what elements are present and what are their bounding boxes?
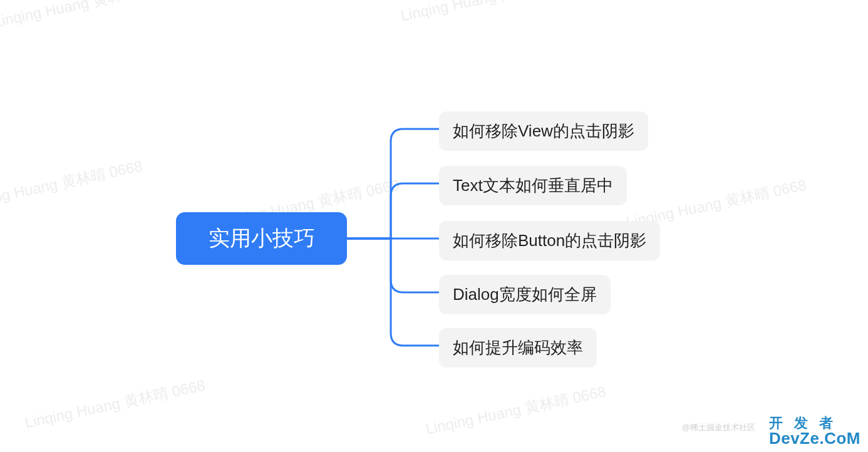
logo-line1: 开 发 者 [769,416,860,430]
footer-credit: @稀土掘金技术社区 [682,422,755,433]
watermark-text: Linqing Huang 黄林晴 0668 [399,0,583,26]
mindmap-child-label: Dialog宽度如何全屏 [453,285,597,304]
mindmap-child-node[interactable]: Text文本如何垂直居中 [439,166,627,205]
mindmap-root-node[interactable]: 实用小技巧 [176,212,347,265]
watermark-text: Linqing Huang 黄林晴 0668 [0,0,175,33]
mindmap-child-label: 如何提升编码效率 [453,338,583,357]
mindmap-child-label: 如何移除Button的点击阴影 [453,231,646,250]
mindmap-child-node[interactable]: 如何提升编码效率 [439,328,597,367]
mindmap-child-node[interactable]: Dialog宽度如何全屏 [439,275,611,314]
mindmap-child-node[interactable]: 如何移除Button的点击阴影 [439,221,660,260]
watermark-text: Linqing Huang 黄林晴 0668 [424,381,608,439]
mindmap-child-label: 如何移除View的点击阴影 [453,121,634,140]
mindmap-root-label: 实用小技巧 [209,224,315,253]
watermark-text: Linqing Huang 黄林晴 0668 [0,156,144,213]
mindmap-child-label: Text文本如何垂直居中 [453,176,613,195]
site-logo: 开 发 者 DevZe.CoM [769,416,860,447]
mindmap-connectors [347,106,447,369]
logo-line2: DevZe.CoM [769,430,860,447]
watermark-text: Linqing Huang 黄林晴 0668 [23,375,207,433]
mindmap-child-node[interactable]: 如何移除View的点击阴影 [439,111,648,151]
